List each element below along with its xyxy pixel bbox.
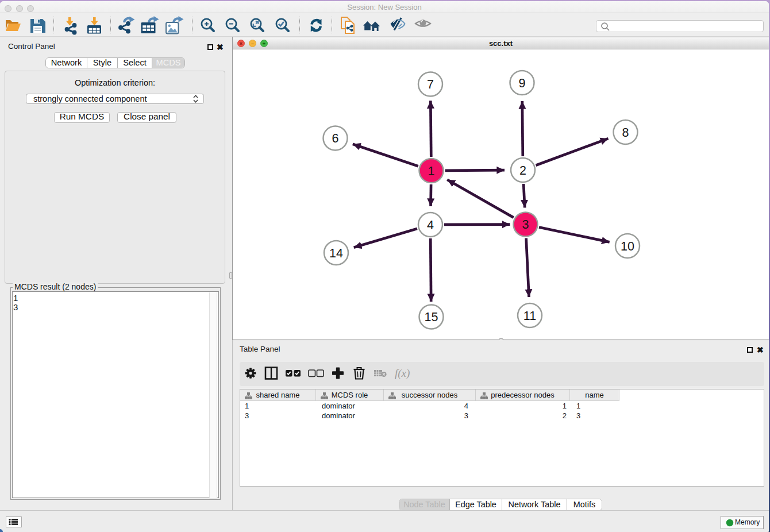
svg-text:6: 6 [332, 132, 339, 145]
svg-text:14: 14 [329, 246, 343, 260]
svg-text:4: 4 [427, 218, 434, 232]
svg-text:1: 1 [428, 164, 435, 178]
svg-text:7: 7 [427, 78, 434, 91]
svg-text:8: 8 [622, 126, 629, 140]
svg-text:11: 11 [523, 309, 536, 323]
svg-text:3: 3 [522, 218, 529, 232]
svg-text:15: 15 [425, 310, 438, 324]
svg-text:10: 10 [621, 240, 634, 253]
svg-text:f(x): f(x) [395, 367, 410, 380]
svg-text:9: 9 [519, 76, 526, 90]
svg-text:2: 2 [519, 164, 526, 178]
